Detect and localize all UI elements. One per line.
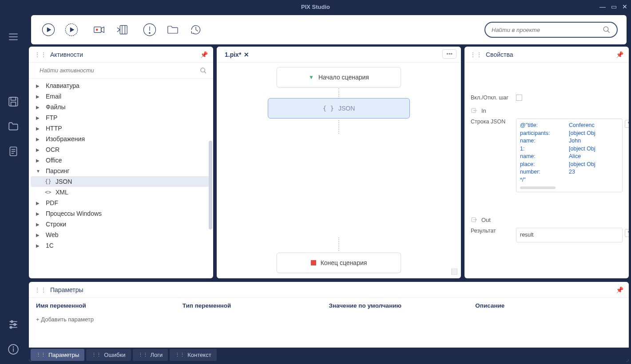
selector-button[interactable] [114, 21, 131, 38]
grip-icon: ⋮⋮ [91, 352, 101, 358]
breakpoint-button[interactable] [141, 21, 158, 38]
parameters-panel: ⋮⋮ Параметры 📌 Имя переменной Тип переме… [29, 282, 629, 362]
document-icon[interactable] [8, 146, 19, 157]
tree-item[interactable]: ▶Изображения [31, 134, 210, 144]
scrollbar-thumb[interactable] [209, 141, 212, 229]
grip-icon[interactable]: ⋮⋮ [34, 51, 47, 58]
project-search[interactable] [484, 22, 618, 38]
resize-handle[interactable] [451, 269, 457, 275]
pin-icon[interactable]: 📌 [616, 51, 623, 58]
col-type: Тип переменной [183, 302, 329, 309]
tree-item[interactable]: ▶PDF [31, 198, 210, 208]
debug-run-button[interactable] [63, 21, 80, 38]
bottom-tab-label: Логи [151, 352, 163, 358]
pin-icon[interactable]: 📌 [616, 286, 623, 293]
json-node[interactable]: { } JSON [268, 98, 410, 119]
json-string-field[interactable]: ✎ @"title:Conferencparticipants:[object … [516, 119, 623, 192]
open-folder-button[interactable] [164, 21, 181, 38]
toolbar [31, 15, 627, 44]
tree-item[interactable]: ▶Web [31, 229, 210, 240]
tree-item[interactable]: ▶Email [31, 91, 210, 102]
parameters-title: Параметры [50, 286, 83, 293]
history-button[interactable] [187, 21, 204, 38]
svg-line-35 [204, 71, 206, 73]
bottom-tab[interactable]: ⋮⋮Ошибки [86, 349, 131, 361]
run-button[interactable] [40, 21, 57, 38]
properties-title: Свойства [486, 51, 513, 58]
settings-icon[interactable] [8, 319, 19, 330]
tree-item[interactable]: ▼Парсинг [31, 166, 210, 176]
tree-child-item[interactable]: {}JSON [31, 176, 210, 187]
out-section-header: Out [471, 216, 623, 223]
parameters-grid-header: Имя переменной Тип переменной Значение п… [36, 298, 622, 313]
tab-close-icon[interactable]: ✕ [244, 51, 249, 58]
tree-item-label: PDF [46, 199, 58, 206]
type-icon: <> [45, 189, 53, 195]
tree-item-label: HTTP [46, 125, 62, 132]
tree-item-label: Процессы Windows [46, 210, 102, 217]
record-button[interactable] [91, 21, 107, 38]
bottom-tab[interactable]: ⋮⋮Контекст [170, 349, 216, 361]
info-icon[interactable] [8, 344, 19, 355]
svg-point-18 [13, 347, 13, 347]
arrow-right-icon: ▶ [36, 158, 42, 163]
project-search-input[interactable] [492, 27, 603, 33]
workflow-canvas[interactable]: ▼ Начало сценария { } JSON Конец сценари… [217, 63, 461, 278]
folder-icon[interactable] [8, 121, 19, 132]
svg-marker-22 [70, 27, 75, 32]
tree-item-label: Web [46, 231, 59, 238]
arrow-right-icon: ▶ [36, 137, 42, 142]
edit-icon[interactable]: ✎ [625, 229, 629, 237]
tree-item[interactable]: ▶Строки [31, 219, 210, 229]
scrollbar-h[interactable] [520, 186, 556, 189]
edit-icon[interactable]: ✎ [625, 120, 629, 128]
tree-item-label: FTP [46, 114, 57, 121]
maximize-button[interactable]: ▭ [611, 3, 617, 10]
tree-item-label: JSON [56, 178, 72, 185]
canvas-panel: 1.pix* ✕ ••• ▼ Начало сценария { } JSON [217, 47, 461, 278]
in-label: In [481, 107, 486, 114]
svg-line-33 [607, 31, 610, 33]
end-node[interactable]: Конец сценария [277, 253, 401, 273]
save-icon[interactable] [8, 96, 19, 107]
pin-icon[interactable]: 📌 [200, 51, 208, 58]
out-label: Out [481, 217, 491, 223]
grip-icon: ⋮⋮ [175, 352, 185, 358]
bottom-tab[interactable]: ⋮⋮Параметры [31, 349, 84, 361]
tree-item-label: Office [46, 157, 62, 164]
arrow-right-icon: ▶ [36, 126, 42, 131]
arrow-right-icon: ▶ [36, 105, 42, 110]
menu-icon[interactable] [8, 31, 19, 43]
search-icon [200, 67, 207, 74]
tree-item[interactable]: ▶Файлы [31, 102, 210, 112]
tree-item[interactable]: ▶1С [31, 240, 210, 251]
bottom-tab[interactable]: ⋮⋮Логи [133, 349, 168, 361]
tree-item[interactable]: ▶Office [31, 155, 210, 166]
tree-item[interactable]: ▶OCR [31, 144, 210, 155]
grip-icon[interactable]: ⋮⋮ [34, 286, 47, 293]
close-button[interactable]: ✕ [622, 3, 627, 10]
activities-title: Активности [50, 51, 83, 58]
activities-panel: ⋮⋮ Активности 📌 ▶Клавиатура▶Email▶Файлы▶… [29, 47, 213, 278]
tab-file[interactable]: 1.pix* ✕ [221, 51, 253, 58]
tree-item[interactable]: ▶Клавиатура [31, 80, 210, 91]
svg-rect-4 [11, 97, 16, 100]
search-icon [603, 26, 611, 34]
tree-item[interactable]: ▶Процессы Windows [31, 208, 210, 219]
tab-more-button[interactable]: ••• [442, 49, 456, 59]
activities-search-input[interactable] [35, 65, 200, 75]
grip-icon[interactable]: ⋮⋮ [470, 51, 482, 58]
col-name: Имя переменной [36, 302, 183, 309]
result-field[interactable]: result ✎ [516, 228, 623, 242]
tree-child-item[interactable]: <>XML [31, 187, 210, 198]
start-node[interactable]: ▼ Начало сценария [277, 67, 401, 87]
add-parameter-button[interactable]: + Добавить параметр [36, 313, 622, 325]
tree-item[interactable]: ▶FTP [31, 112, 210, 123]
toggle-step-checkbox[interactable] [516, 95, 522, 101]
tree-item[interactable]: ▶HTTP [31, 123, 210, 134]
svg-point-34 [201, 68, 205, 72]
arrow-right-icon: ▶ [36, 243, 42, 248]
svg-point-32 [603, 27, 608, 32]
minimize-button[interactable]: — [599, 3, 606, 10]
connector [338, 120, 339, 134]
